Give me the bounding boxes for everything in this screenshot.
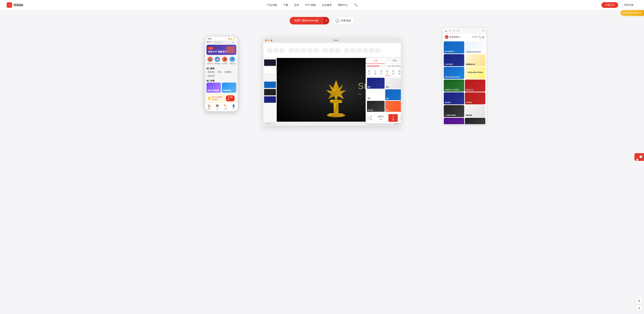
ribbon-btn-2[interactable] <box>273 48 278 53</box>
phone-search-icon[interactable]: 🔍 <box>232 41 234 43</box>
ribbon-btn-4[interactable] <box>289 48 294 53</box>
phone-nav-profile[interactable]: 👤 我的 <box>232 104 235 110</box>
ribbon-btn-3[interactable] <box>280 48 284 53</box>
slide-thumb-5[interactable] <box>264 89 276 95</box>
upload-thumb-4[interactable]: 数据 <box>385 89 401 100</box>
phone-icon-pc[interactable]: 💻 下载PC版 <box>229 57 236 65</box>
phone-nav-home[interactable]: 🏠 首页 <box>208 104 211 110</box>
floating-resource-badge[interactable]: ✦ 登录享海量资源 <box>620 10 644 16</box>
customer-service-button[interactable]: 💬 在线客服 <box>634 153 644 161</box>
graduation-reply-card[interactable]: Graduation Reply <box>465 67 485 79</box>
topic-card-visual[interactable]: 视觉化沟通插图 <box>206 83 221 93</box>
slide-thumb-1[interactable] <box>264 59 276 66</box>
watch-video-button[interactable]: ▶ 观看视频 <box>332 17 354 24</box>
select-all-label[interactable]: 全选 <box>367 115 374 121</box>
tab-manage[interactable]: 管理 <box>385 58 401 64</box>
rp-filter-icon[interactable]: ▦ <box>482 35 484 38</box>
login-button[interactable]: 登录注册 <box>620 2 637 8</box>
resource-card-7[interactable]: 全国超3亿人存住楼市 <box>444 80 464 92</box>
phone-icon-social[interactable]: 👥 逛逛好友 <box>207 57 213 65</box>
upload-nav-themes[interactable]: 主题 <box>373 69 379 76</box>
upload-nav-icons[interactable]: 图示 <box>385 69 391 76</box>
share-icon[interactable]: ⊙ <box>453 29 455 32</box>
nav-product[interactable]: 产品功能 <box>267 3 277 7</box>
resource-card-3[interactable]: 5G应用场景 <box>444 54 464 66</box>
slide-thumb-2[interactable] <box>264 67 276 73</box>
upgrade-button[interactable]: 升级会员 <box>602 2 618 8</box>
close-icon[interactable]: ✕ <box>482 29 484 32</box>
ribbon-btn-16[interactable] <box>369 48 374 53</box>
download-button[interactable]: 免费下载Windows版 ▾ <box>290 17 330 24</box>
dropdown-arrow-icon[interactable]: ▾ <box>323 17 329 24</box>
nav-pricing[interactable]: 定价 <box>294 3 299 7</box>
resource-card-2[interactable]: CURRICULUM VITAE <box>465 41 485 53</box>
select-all-checkbox[interactable] <box>367 117 369 119</box>
ribbon-btn-10[interactable] <box>329 48 334 53</box>
upload-thumb-6[interactable]: 图表 <box>385 101 401 112</box>
nav-enterprise[interactable]: 企业服务 <box>322 3 332 7</box>
tag-tech[interactable]: 科技 <box>216 70 222 74</box>
ribbon-btn-15[interactable] <box>363 48 368 53</box>
window-minimize-btn[interactable] <box>268 39 270 41</box>
topic-card-data[interactable]: 有趣的数据 <box>222 83 236 93</box>
ribbon-btn-14[interactable] <box>357 48 362 53</box>
window-maximize-btn[interactable] <box>271 39 272 41</box>
resource-card-9[interactable]: 求职简历 <box>444 92 464 104</box>
resource-card-14[interactable]: 年终述职奖礼 <box>465 118 485 124</box>
upload-thumb-2[interactable]: 报告 <box>385 78 401 89</box>
search-icon[interactable]: 🔍 <box>354 3 358 7</box>
resource-card-12[interactable]: 模板资源 <box>465 105 485 117</box>
upload-nav-cases[interactable]: 案例 <box>367 69 373 76</box>
resource-card-11[interactable]: AI 智能专业报告 <box>444 105 464 117</box>
ribbon-btn-11[interactable] <box>335 48 340 53</box>
nav-templates[interactable]: PPT 模板 <box>305 3 316 7</box>
add-more-button[interactable]: + <box>399 116 401 120</box>
tag-infographic[interactable]: 信息图表 <box>223 70 232 74</box>
phone-nav-create[interactable]: ✏️ 创建 <box>224 104 227 110</box>
upload-nav-illustrations[interactable]: 插画 <box>397 69 401 76</box>
slide-thumb-3[interactable] <box>264 74 276 81</box>
ribbon-btn-7[interactable] <box>307 48 312 53</box>
upload-nav-charts[interactable]: 图表 <box>391 69 397 76</box>
ribbon-btn-17[interactable] <box>375 48 380 53</box>
nav-help[interactable]: 帮助中心 <box>338 3 348 7</box>
rp-search-icon[interactable]: 🔍 <box>478 35 481 38</box>
ribbon-btn-8[interactable] <box>314 48 318 53</box>
phone-search-placeholder[interactable]: 搜索关键词 <box>214 41 222 43</box>
ribbon-btn-13[interactable] <box>350 48 356 53</box>
submit-upload-button[interactable]: 上传 <box>388 114 398 122</box>
resource-card-13[interactable]: 在线招募 <box>444 118 464 124</box>
scroll-top-button[interactable]: ⬆ <box>636 305 642 311</box>
resource-card-5[interactable]: 网络综合管理专业简报 <box>444 67 464 79</box>
phone-nav-resources[interactable]: 📚 资源 <box>216 104 219 110</box>
cloud-icon[interactable]: ☁ <box>445 29 447 32</box>
tab-upload[interactable]: 上传 <box>366 58 385 64</box>
phone-icon-course[interactable]: 🎓 在线课堂 <box>222 57 228 65</box>
resource-card-1[interactable]: 数字营销管理 <box>444 41 464 53</box>
ribbon-btn-9[interactable] <box>323 48 328 53</box>
resource-card-10[interactable]: 年终述职 <box>465 92 485 104</box>
continue-add-button[interactable]: 继续添加 <box>374 114 388 122</box>
upload-thumb-3[interactable]: 简历 <box>367 89 384 100</box>
ribbon-btn-6[interactable] <box>301 48 306 53</box>
upload-thumb-1[interactable]: 脑图 <box>367 78 384 89</box>
logo[interactable]: i iSlide <box>7 2 23 8</box>
nav-download[interactable]: 下载 <box>283 3 288 7</box>
slide-thumb-4[interactable] <box>264 81 276 88</box>
download-float-button[interactable]: ⬇ <box>636 298 642 304</box>
slide-thumb-6[interactable] <box>264 96 276 103</box>
upload-nav-colors[interactable]: 色彩 <box>379 69 385 76</box>
tag-resume[interactable]: 求职简历 <box>206 74 216 78</box>
ribbon-btn-12[interactable] <box>344 48 349 53</box>
ribbon-btn-1[interactable] <box>267 48 272 53</box>
refresh-icon[interactable]: ↺ <box>449 29 451 32</box>
resource-card-8[interactable]: 商品交出品 <box>465 80 485 92</box>
window-close-btn[interactable] <box>265 39 267 41</box>
phone-section-selector[interactable]: 案例 ▾ <box>206 41 212 44</box>
ribbon-btn-5[interactable] <box>295 48 300 53</box>
resource-card-4[interactable]: 营销渠道分析 <box>465 54 485 66</box>
resource-dropdown[interactable]: 全部资源 ▾ <box>450 35 460 38</box>
tag-business[interactable]: 商务报告 <box>206 70 216 74</box>
vip-unlock-button[interactable]: 立即解锁 <box>226 95 234 101</box>
phone-icon-free[interactable]: ⏰ 限时免费 <box>214 57 220 65</box>
